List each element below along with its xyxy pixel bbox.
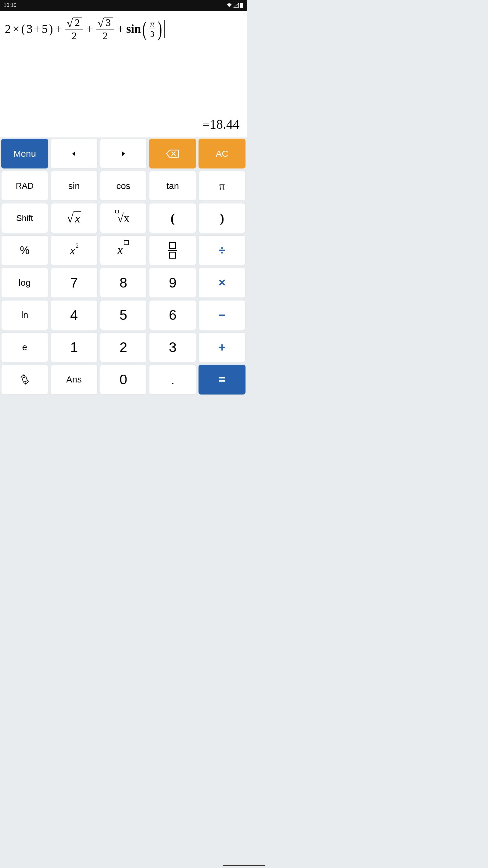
all-clear-button[interactable]: AC	[198, 138, 246, 168]
rotate-icon	[19, 374, 30, 385]
d7-label: 7	[70, 275, 78, 291]
nroot-x: x	[124, 211, 130, 225]
ln-label: ln	[21, 310, 28, 320]
status-bar: 10:10	[0, 0, 247, 11]
ans-button[interactable]: Ans	[51, 365, 98, 395]
digit-8-button[interactable]: 8	[100, 268, 147, 298]
cell-signal-icon	[233, 3, 239, 8]
expr-big-rparen: )	[158, 23, 162, 35]
expr-plus2: +	[56, 22, 62, 36]
expr-rparen: )	[49, 22, 53, 36]
digit-3-button[interactable]: 3	[149, 333, 196, 362]
tan-button[interactable]: tan	[149, 171, 196, 201]
d1-label: 1	[70, 339, 78, 355]
digit-4-button[interactable]: 4	[51, 300, 98, 330]
keypad: Menu AC RAD sin cos tan π Shift √x √x ( …	[0, 137, 247, 428]
minus-button[interactable]: −	[198, 300, 246, 330]
result: =18.44	[3, 117, 244, 134]
sin-button[interactable]: sin	[51, 171, 98, 201]
x-power-button[interactable]: x	[100, 236, 147, 265]
cursor-left-button[interactable]	[51, 138, 98, 168]
digit-0-button[interactable]: 0	[100, 365, 147, 395]
cursor-right-button[interactable]	[100, 138, 147, 168]
xpow-x: x	[118, 244, 123, 256]
menu-button[interactable]: Menu	[1, 138, 48, 168]
backspace-button[interactable]	[149, 138, 196, 168]
expr-3: 3	[27, 22, 33, 36]
expr-lparen: (	[22, 22, 25, 36]
plus-label: +	[218, 341, 225, 354]
sqrt-x: x	[73, 211, 82, 225]
x-squared-button[interactable]: x2	[51, 236, 98, 265]
rad-button[interactable]: RAD	[1, 171, 48, 201]
sqrt-button[interactable]: √x	[51, 203, 98, 233]
digit-2-button[interactable]: 2	[100, 333, 147, 362]
e-button[interactable]: e	[1, 333, 48, 362]
fraction-button[interactable]	[149, 236, 196, 265]
expr-big-lparen: (	[142, 23, 147, 35]
expr-plus1: +	[34, 22, 41, 36]
fraction-icon	[168, 242, 177, 259]
percent-label: %	[20, 244, 30, 257]
svg-rect-1	[241, 3, 242, 3]
d9-label: 9	[169, 275, 176, 291]
rotate-button[interactable]	[1, 365, 48, 395]
log-button[interactable]: log	[1, 268, 48, 298]
digit-7-button[interactable]: 7	[51, 268, 98, 298]
nth-root-icon: √x	[117, 211, 130, 225]
percent-button[interactable]: %	[1, 236, 48, 265]
multiply-button[interactable]: ×	[198, 268, 246, 298]
cos-button[interactable]: cos	[100, 171, 147, 201]
expr-frac-pi-over-3: π 3	[149, 20, 156, 38]
shift-button[interactable]: Shift	[1, 203, 48, 233]
log-label: log	[19, 278, 31, 288]
expr-frac-sqrt2-over-2: √2 2	[65, 17, 83, 41]
menu-label: Menu	[13, 149, 36, 159]
cursor	[164, 20, 165, 38]
nth-root-button[interactable]: √x	[100, 203, 147, 233]
calculator-display[interactable]: 2 × ( 3 + 5 ) + √2 2 + √3 2 + sin ( π 3 …	[0, 11, 247, 137]
sin-label: sin	[68, 181, 80, 191]
multiply-label: ×	[218, 276, 225, 289]
d5-label: 5	[120, 307, 127, 323]
minus-label: −	[218, 308, 225, 322]
x-power-icon: x	[116, 244, 131, 256]
ans-label: Ans	[66, 374, 82, 384]
digit-5-button[interactable]: 5	[100, 300, 147, 330]
lparen-label: (	[170, 211, 175, 225]
sqrt-icon: √x	[67, 211, 82, 225]
pi-button[interactable]: π	[198, 171, 246, 201]
open-paren-button[interactable]: (	[149, 203, 196, 233]
d6-label: 6	[169, 307, 176, 323]
equals-label: =	[218, 373, 225, 386]
expr-den2a: 2	[72, 30, 77, 41]
expr-plus3: +	[86, 22, 93, 36]
digit-6-button[interactable]: 6	[149, 300, 196, 330]
d4-label: 4	[70, 307, 78, 323]
ac-label: AC	[216, 149, 228, 159]
expr-5: 5	[41, 22, 47, 36]
svg-rect-2	[22, 377, 27, 382]
e-label: e	[22, 342, 27, 352]
decimal-button[interactable]: .	[149, 365, 196, 395]
backspace-icon	[166, 149, 179, 158]
expr-sin: sin	[126, 22, 141, 36]
battery-icon	[240, 3, 243, 8]
ln-button[interactable]: ln	[1, 300, 48, 330]
d0-label: 0	[120, 371, 127, 388]
d2-label: 2	[120, 339, 127, 355]
digit-9-button[interactable]: 9	[149, 268, 196, 298]
digit-1-button[interactable]: 1	[51, 333, 98, 362]
status-icons	[226, 3, 243, 8]
expr-sqrt2: 2	[73, 17, 82, 28]
dot-label: .	[171, 371, 175, 388]
expr-den2b: 2	[102, 30, 107, 41]
plus-button[interactable]: +	[198, 333, 246, 362]
expr-2: 2	[5, 22, 11, 36]
d8-label: 8	[120, 275, 127, 291]
divide-button[interactable]: ÷	[198, 236, 246, 265]
divide-label: ÷	[219, 244, 225, 257]
equals-button[interactable]: =	[198, 365, 246, 395]
close-paren-button[interactable]: )	[198, 203, 246, 233]
wifi-icon	[226, 3, 232, 8]
